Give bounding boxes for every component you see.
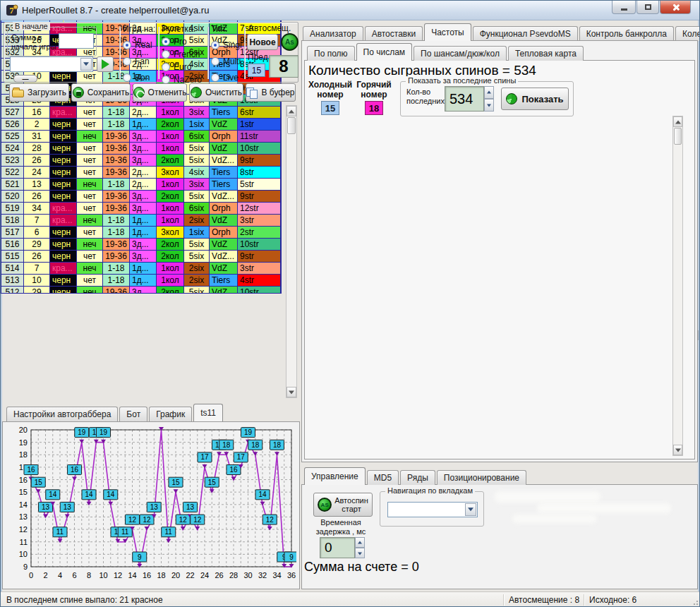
scroll-down-icon[interactable]: [286, 387, 296, 397]
tab-freq-4[interactable]: Тепловая карта: [508, 46, 584, 61]
scroll-up-icon[interactable]: [673, 116, 682, 127]
open-folder-button[interactable]: Загрузить: [9, 83, 69, 102]
spins-row: 51229черннеч19-363д...2кол5sixVdZ10str: [1, 287, 281, 294]
delay-input[interactable]: 0: [320, 537, 355, 558]
start-group-caption: В начале: [13, 22, 50, 30]
maximize-button[interactable]: [636, 1, 659, 14]
title-bar[interactable]: 7 HelperRoullet 8.7 - create helperroull…: [1, 1, 700, 20]
spins-cell: 3str: [238, 263, 281, 275]
spinner-down-icon[interactable]: [484, 99, 494, 112]
spins-cell: Orph: [210, 227, 238, 239]
spins-cell: 523: [1, 155, 24, 167]
svg-text:24: 24: [200, 571, 209, 579]
radio-icon: [211, 73, 219, 82]
spins-cell: чет: [77, 143, 103, 155]
spins-cell: чет: [77, 167, 103, 179]
spins-table-scrollbar[interactable]: [286, 105, 297, 398]
autospin-label-line1: Автоспин: [334, 496, 368, 505]
radio-icon: [162, 63, 170, 71]
spins-cell: 514: [1, 263, 24, 275]
save-button[interactable]: Сохранить: [71, 83, 131, 102]
collapse-button[interactable]: —: [13, 75, 37, 83]
tab-navigation-combobox[interactable]: [387, 502, 478, 517]
spinner-up-icon[interactable]: [484, 86, 494, 99]
spins-cell: 2six: [184, 275, 210, 287]
spins-cell: 9str: [238, 155, 281, 167]
radio-euro[interactable]: Euro: [162, 62, 207, 72]
spins-cell: 31: [24, 131, 50, 143]
start-sum-group: В начале Сумма в начале игры: [7, 27, 97, 56]
delay-spinner[interactable]: [355, 537, 365, 558]
svg-text:18: 18: [251, 441, 260, 449]
combo-value: [11, 60, 13, 68]
radio-real[interactable]: Real: [123, 40, 158, 50]
chevron-down-icon[interactable]: [465, 503, 476, 516]
radio-singl[interactable]: Singl: [211, 40, 245, 50]
spins-cell: 3six: [184, 107, 210, 119]
tab-main-5[interactable]: Контроль банкролла: [579, 26, 674, 41]
spinner-down-icon[interactable]: [355, 548, 365, 558]
spins-cell: 1кол: [157, 203, 184, 215]
show-button[interactable]: Показать: [501, 88, 569, 110]
tab-bottomright-4[interactable]: Позиционирование: [437, 470, 526, 485]
spins-row: 52026чернчет19-363д...2кол5sixVdZ...9str: [1, 191, 281, 203]
tab-bottomleft-4[interactable]: ts11: [193, 404, 223, 421]
spins-cell: 516: [1, 239, 24, 251]
spins-cell: чет: [77, 251, 103, 263]
count-last-input[interactable]: 534: [445, 86, 484, 112]
tab-bottomleft-2[interactable]: Бот: [119, 407, 147, 421]
tab-freq-2[interactable]: По числам: [356, 43, 413, 61]
minimize-button[interactable]: [612, 1, 636, 14]
play-button[interactable]: [97, 56, 114, 72]
tab-bottomright-1[interactable]: Управление: [304, 467, 366, 485]
spins-cell: 3кол: [157, 167, 184, 179]
tab-bottomleft-3[interactable]: График: [149, 407, 192, 421]
tab-bottomright-2[interactable]: MD5: [367, 470, 399, 485]
count-last-spinner[interactable]: [484, 86, 494, 112]
tab-main-4[interactable]: Функционал PsevdoMS: [473, 26, 578, 41]
by-numbers-page: [304, 60, 695, 459]
new-button[interactable]: Новое: [247, 34, 278, 50]
radio-bon[interactable]: Bon: [123, 73, 158, 83]
scroll-up-icon[interactable]: [286, 106, 296, 116]
autospin-start-button[interactable]: AS Автоспин старт: [313, 493, 373, 517]
tab-main-2[interactable]: Автоставки: [365, 26, 423, 41]
resize-grip[interactable]: [691, 598, 699, 606]
history-combobox[interactable]: [10, 56, 93, 72]
svg-text:17: 17: [200, 453, 209, 461]
scrollbar-thumb[interactable]: [674, 128, 682, 145]
spins-cell: 6: [24, 227, 50, 239]
autoshift-as-icon[interactable]: As: [281, 33, 298, 51]
spins-cell: 26: [24, 191, 50, 203]
close-button[interactable]: [660, 1, 691, 14]
radio-live[interactable]: Live: [211, 73, 245, 83]
spins-cell: 19-36: [103, 131, 130, 143]
start-sum-input[interactable]: [59, 33, 94, 49]
svg-text:15: 15: [19, 488, 28, 496]
frequency-table-scrollbar[interactable]: [672, 116, 683, 456]
tab-bottomleft-1[interactable]: Настройки автограббера: [6, 407, 118, 421]
spins-cell: черн: [50, 119, 77, 131]
radio-label: Singl: [223, 40, 242, 50]
svg-text:12: 12: [193, 516, 202, 524]
radio-french[interactable]: French: [162, 49, 207, 59]
tab-main-3[interactable]: Частоты: [424, 23, 471, 41]
svg-text:18: 18: [157, 571, 165, 579]
autoshift-block: Автосмещ. Новое As Пред. 15 8: [247, 23, 299, 83]
tab-freq-1[interactable]: По полю: [307, 46, 355, 61]
tab-main-1[interactable]: Анализатор: [303, 26, 363, 41]
tab-bottomright-3[interactable]: Ряды: [400, 470, 435, 485]
scroll-down-icon[interactable]: [673, 445, 682, 455]
radio-multi[interactable]: Multi: [211, 56, 245, 66]
radio-fan[interactable]: Fan: [123, 56, 158, 66]
undo-button[interactable]: Отменить: [133, 83, 187, 102]
scrollbar-thumb[interactable]: [287, 117, 296, 134]
tab-main-6[interactable]: Колесо рулет: [675, 26, 700, 41]
chevron-down-icon[interactable]: [80, 58, 92, 71]
radio-pro[interactable]: Pro: [162, 37, 207, 47]
clear-button[interactable]: Очистить: [189, 83, 243, 102]
spinner-up-icon[interactable]: [355, 537, 365, 548]
copy-button[interactable]: В буфер: [246, 83, 296, 102]
spins-cell: 1кол: [157, 143, 184, 155]
tab-freq-3[interactable]: По шансам/дюж/кол: [414, 46, 507, 61]
